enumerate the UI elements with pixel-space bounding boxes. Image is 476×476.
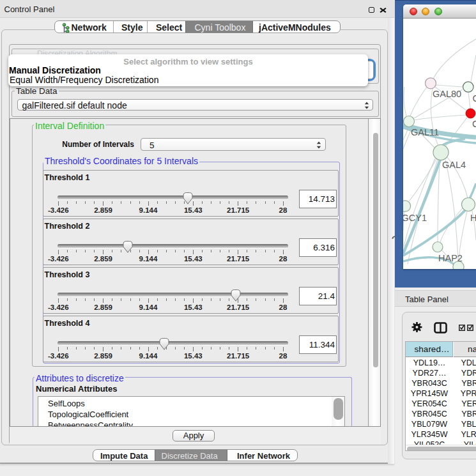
svg-text:GAL11: GAL11 <box>411 127 439 137</box>
svg-text:GAL4: GAL4 <box>442 160 466 170</box>
svg-text:GAL3: GAL3 <box>473 93 476 104</box>
svg-text:HIS7: HIS7 <box>470 213 476 223</box>
svg-text:GCY1: GCY1 <box>403 213 427 223</box>
svg-text:CYC8: CYC8 <box>472 119 476 129</box>
svg-text:GAL80: GAL80 <box>433 89 461 99</box>
svg-text:HAP2: HAP2 <box>438 253 463 263</box>
